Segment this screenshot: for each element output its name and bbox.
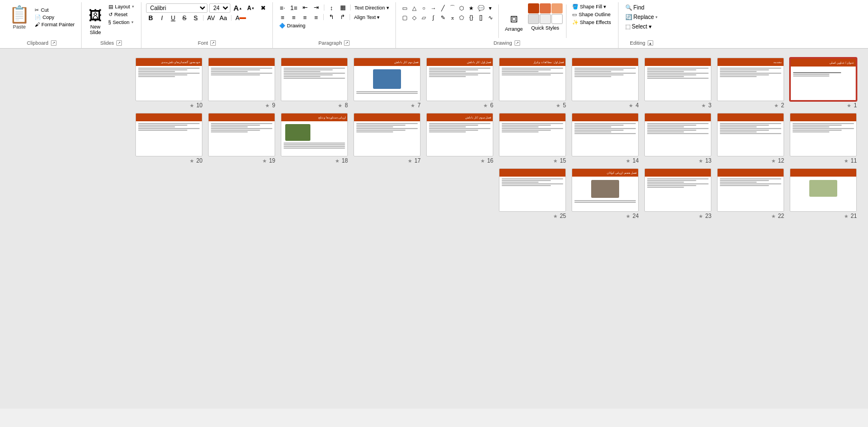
layout-button[interactable]: ▤ Layout ▾ (106, 3, 136, 10)
text-direction-button[interactable]: Text Direction ▾ (353, 4, 391, 11)
shape-more[interactable]: ▾ (486, 3, 495, 12)
slide-thumbnail[interactable]: فصل هفتم: ارزیابی کوکان (572, 168, 639, 212)
shape-brace[interactable]: {} (467, 13, 476, 22)
slides-expander[interactable]: ↗ (116, 40, 122, 46)
font-size-select[interactable]: 24 (209, 3, 230, 13)
convert-smartart-button[interactable]: 🔷 Drawing (277, 22, 307, 29)
shape-polygon[interactable]: ⬡ (457, 3, 466, 12)
underline-button[interactable]: U (168, 14, 178, 22)
rtl-button[interactable]: ↰ (326, 13, 336, 21)
slide-thumbnail[interactable] (135, 113, 202, 156)
slide-item[interactable]: ★9 (208, 58, 275, 108)
font-color-button[interactable]: A (234, 14, 248, 22)
slide-item[interactable]: فصل سوم: کار با دانش★16 (426, 113, 493, 164)
slide-thumbnail[interactable] (644, 113, 711, 156)
slide-thumbnail[interactable] (790, 168, 857, 212)
slide-thumbnail[interactable] (499, 168, 566, 212)
shape-diamond[interactable]: ◇ (410, 13, 419, 22)
slide-item[interactable]: ★20 (135, 113, 202, 164)
slide-item[interactable]: مقدمه★2 (717, 58, 784, 108)
slide-thumbnail[interactable] (790, 113, 857, 156)
arrange-button[interactable]: ⧈ Arrange (502, 3, 526, 39)
quick-style-5[interactable] (540, 14, 551, 24)
slide-item[interactable]: ★3 (644, 58, 711, 108)
line-spacing-button[interactable]: ↕ (327, 4, 337, 12)
grow-font-button[interactable]: A▲ (232, 3, 244, 13)
slide-thumbnail[interactable]: فصل سوم: کار با دانش (426, 113, 493, 156)
shape-outline-button[interactable]: ▭ Shape Outline (570, 11, 614, 18)
shape-circle[interactable]: ○ (419, 3, 428, 12)
slide-item[interactable]: ★12 (717, 113, 784, 164)
slide-thumbnail[interactable] (281, 58, 348, 101)
indent-increase-button[interactable]: ⇥ (312, 3, 322, 12)
columns-button[interactable]: ▦ (338, 3, 348, 12)
slide-item[interactable]: ★13 (644, 113, 711, 164)
new-slide-button[interactable]: 🖼 NewSlide (86, 3, 105, 39)
slide-item[interactable]: ★4 (572, 58, 639, 108)
align-center-button[interactable]: ≡ (289, 13, 299, 21)
shape-star[interactable]: ★ (467, 3, 476, 12)
slide-item[interactable]: ★14 (572, 113, 639, 164)
find-button[interactable]: 🔍 Find (623, 3, 661, 12)
font-name-select[interactable]: Calibri (146, 3, 207, 13)
slide-thumbnail[interactable] (644, 58, 711, 101)
shape-wave[interactable]: ∿ (486, 13, 495, 22)
quick-style-1[interactable] (528, 3, 539, 13)
slide-item[interactable]: ★8 (281, 58, 348, 108)
drawing-expander[interactable]: ↗ (515, 40, 520, 46)
slide-item[interactable]: فصل اول: کار با دانش★6 (426, 58, 493, 108)
numbering-button[interactable]: 1≡ (289, 4, 299, 12)
paste-button[interactable]: 📋 Paste (7, 3, 32, 31)
align-right-button[interactable]: ≡ (300, 13, 310, 21)
align-text-button[interactable]: Align Text ▾ (352, 14, 381, 21)
shape-callout[interactable]: 💬 (477, 3, 485, 12)
align-left-button[interactable]: ≡ (277, 13, 287, 21)
character-spacing-button[interactable]: AV (206, 14, 217, 22)
copy-button[interactable]: 📄 Copy (33, 14, 77, 21)
paragraph-expander[interactable]: ↗ (344, 40, 350, 46)
shape-rect[interactable]: ▭ (400, 3, 409, 12)
bullets-button[interactable]: ≡· (277, 4, 287, 12)
slide-item[interactable]: ★11 (790, 113, 857, 164)
slide-item[interactable]: ★23 (644, 168, 711, 219)
reset-button[interactable]: ↺ Reset (106, 11, 136, 18)
slide-thumbnail[interactable] (717, 113, 784, 156)
shape-chevron[interactable]: ⌅ (448, 13, 457, 22)
slide-item[interactable]: خودمحور: گفتمان‌ها و دانش‌مندی★10 (135, 58, 202, 108)
editing-expander[interactable]: ▲ (648, 40, 653, 46)
shape-triangle[interactable]: △ (410, 3, 419, 12)
shape-arrow-right[interactable]: → (429, 3, 438, 12)
slide-item[interactable]: ★22 (717, 168, 784, 219)
shape-pentagon[interactable]: ⬠ (457, 13, 466, 22)
slide-thumbnail[interactable]: ارزیابی دستاوردها و نتایج (281, 113, 348, 156)
slide-thumbnail[interactable]: عنوان / عناوین اصلی (790, 58, 857, 101)
clear-formatting-button[interactable]: ✖ (258, 4, 268, 12)
bold-button[interactable]: B (146, 14, 156, 22)
slide-item[interactable]: ★17 (353, 113, 421, 164)
quick-style-4[interactable] (528, 14, 539, 24)
slide-thumbnail[interactable]: فصل دوم: کار با دانش (353, 58, 421, 101)
slide-item[interactable]: ★15 (499, 113, 566, 164)
shape-rounded-rect[interactable]: ▢ (400, 13, 409, 22)
slide-item[interactable]: عنوان / عناوین اصلی★1 (790, 58, 857, 108)
slide-thumbnail[interactable] (353, 113, 421, 156)
shape-effects-button[interactable]: ✨ Shape Effects (570, 19, 614, 26)
slide-item[interactable]: فصل هفتم: ارزیابی کوکان★24 (572, 168, 639, 219)
slide-thumbnail[interactable] (572, 113, 639, 156)
slide-thumbnail[interactable] (208, 113, 275, 156)
shape-parallelogram[interactable]: ▱ (419, 13, 428, 22)
select-button[interactable]: ⬚ Select ▾ (623, 22, 661, 31)
slide-thumbnail[interactable] (572, 58, 639, 101)
quick-style-3[interactable] (551, 3, 563, 13)
slide-item[interactable]: ★21 (790, 168, 857, 219)
slide-thumbnail[interactable] (717, 168, 784, 212)
strikethrough-button[interactable]: S (180, 14, 190, 22)
shape-line[interactable]: ╱ (438, 3, 447, 12)
replace-button[interactable]: 🔄 Replace ▾ (623, 13, 661, 21)
quick-style-2[interactable] (540, 3, 551, 13)
slide-item[interactable]: ★25 (499, 168, 566, 219)
shape-bracket[interactable]: [] (477, 13, 485, 22)
slide-item[interactable]: فصل دوم: کار با دانش★7 (353, 58, 421, 108)
slide-item[interactable]: ★19 (208, 113, 275, 164)
slide-item[interactable]: فصل اول: مطالعات و ابزار★5 (499, 58, 566, 108)
